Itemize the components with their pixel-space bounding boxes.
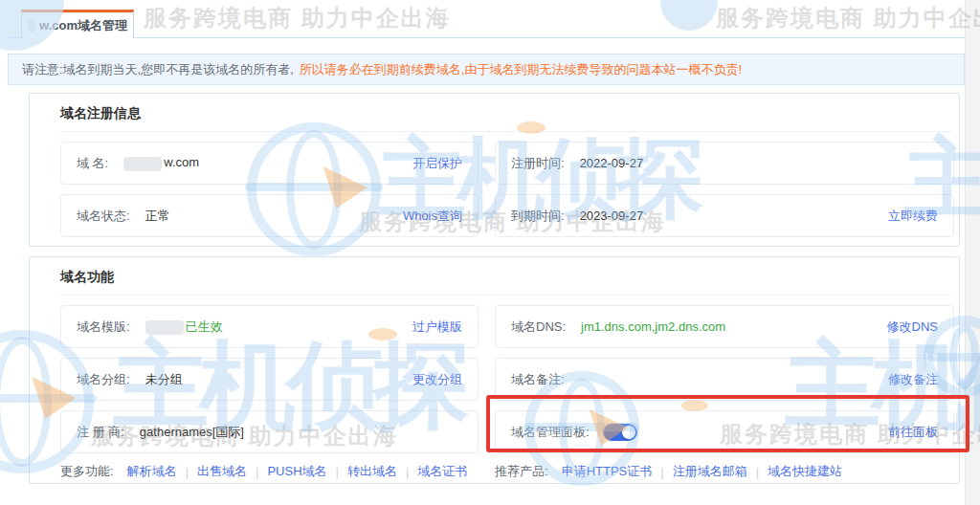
divider [60, 131, 953, 132]
section-title: 域名功能 [60, 269, 953, 284]
management-panel-card: 域名管理面板: 前往面板 [495, 410, 954, 453]
divider [60, 295, 953, 296]
tab-label: w.com域名管理 [39, 17, 127, 34]
change-group-link[interactable]: 更改分组 [412, 371, 462, 388]
domain-remark-label: 域名备注: [511, 371, 565, 388]
expire-time-label: 到期时间: [511, 208, 565, 225]
domain-template-card: 域名模版: 已生效 过户模版 [60, 305, 479, 348]
management-panel-label: 域名管理面板: [511, 424, 590, 441]
registrar-label: 注 册 商: [77, 424, 124, 441]
modify-dns-link[interactable]: 修改DNS [887, 318, 938, 336]
domain-template-label: 域名模版: [77, 318, 130, 336]
register-time-value: 2022-09-27 [580, 156, 644, 170]
separator: | [756, 465, 759, 479]
register-time-label: 注册时间: [511, 155, 565, 172]
domain-group-card: 域名分组: 未分组 更改分组 [60, 358, 479, 401]
more-functions-links: 解析域名|出售域名|PUSH域名|转出域名|域名证书 [127, 463, 468, 480]
domain-remark-card: 域名备注: 修改备注 [495, 358, 954, 401]
separator: | [406, 465, 409, 479]
redacted-patch [145, 320, 184, 335]
function-rows: 域名模版: 已生效 过户模版 域名DNS: jm1.dns.com,jm2.dn… [60, 305, 953, 453]
renew-now-link[interactable]: 立即续费 [888, 208, 938, 225]
domain-status-value: 正常 [145, 208, 170, 225]
toggle-knob [622, 426, 635, 439]
separator: | [186, 465, 189, 479]
recommended-products-cell: 推荐产品: 申请HTTPS证书|注册域名邮箱|域名快捷建站 [495, 463, 954, 480]
registrar-card: 注 册 商: gathernames[国际] [60, 410, 479, 453]
domain-dns-value: jm1.dns.com,jm2.dns.com [581, 319, 725, 334]
vertical-scrollbar[interactable] [965, 0, 980, 505]
tab-bar-divider [8, 37, 965, 38]
registration-rows: 域 名: w.com 开启保护 注册时间: 2022-09-27 域名状态: 正… [60, 142, 953, 237]
registrar-value: gathernames[国际] [140, 424, 244, 441]
domain-status-card: 域名状态: 正常 Whois查询 [60, 194, 479, 237]
domain-manage-page: w.com域名管理 请注意:域名到期当天,您即不再是该域名的所有者, 所以请务必… [0, 0, 980, 505]
section-domain-functions: 域名功能 域名模版: 已生效 过户模版 域名DNS: jm1.dns.com,j… [29, 256, 960, 484]
tab-domain-manage[interactable]: w.com域名管理 [21, 10, 134, 38]
separator: | [256, 465, 258, 479]
quick-links-row: 更多功能: 解析域名|出售域名|PUSH域名|转出域名|域名证书 推荐产品: 申… [60, 463, 953, 480]
domain-dns-card: 域名DNS: jm1.dns.com,jm2.dns.com 修改DNS [495, 305, 954, 348]
notice-warning-text: 所以请务必在到期前续费域名,由于域名到期无法续费导致的问题本站一概不负责! [300, 61, 742, 78]
recommended-products-label: 推荐产品: [495, 463, 548, 480]
function-link[interactable]: PUSH域名 [267, 463, 326, 480]
redacted-patch [28, 18, 35, 33]
watermark-tagline: 服务跨境电商 助力中企出海 [716, 3, 980, 33]
register-time-card: 注册时间: 2022-09-27 [495, 142, 954, 185]
domain-name-card: 域 名: w.com 开启保护 [60, 142, 479, 185]
domain-template-value: 已生效 [145, 318, 223, 336]
product-link[interactable]: 注册域名邮箱 [673, 463, 747, 480]
domain-group-label: 域名分组: [77, 371, 130, 388]
more-functions-label: 更多功能: [60, 463, 114, 480]
separator: | [660, 465, 663, 479]
function-link[interactable]: 转出域名 [347, 463, 397, 480]
function-link[interactable]: 出售域名 [197, 463, 247, 480]
expire-time-value: 2023-09-27 [580, 209, 644, 223]
domain-label: 域 名: [77, 155, 108, 172]
expire-time-card: 到期时间: 2023-09-27 立即续费 [495, 194, 954, 237]
goto-panel-link[interactable]: 前往面板 [888, 424, 938, 441]
redacted-patch [123, 157, 162, 171]
enable-protection-link[interactable]: 开启保护 [412, 155, 462, 172]
separator: | [336, 465, 339, 479]
more-functions-cell: 更多功能: 解析域名|出售域名|PUSH域名|转出域名|域名证书 [60, 463, 479, 480]
watermark-tagline: 服务跨境电商 助力中企出海 [144, 3, 451, 33]
whois-query-link[interactable]: Whois查询 [403, 208, 462, 225]
modify-remark-link[interactable]: 修改备注 [888, 371, 938, 388]
section-registration-info: 域名注册信息 域 名: w.com 开启保护 注册时间: 2022-09-27 … [29, 93, 960, 247]
domain-value: w.com [123, 155, 199, 170]
watermark-circle [660, 0, 718, 31]
expiry-notice-bar: 请注意:域名到期当天,您即不再是该域名的所有者, 所以请务必在到期前续费域名,由… [8, 54, 965, 85]
product-link[interactable]: 申请HTTPS证书 [562, 463, 653, 480]
notice-text: 请注意:域名到期当天,您即不再是该域名的所有者, [22, 61, 294, 78]
function-link[interactable]: 域名证书 [417, 463, 467, 480]
product-link[interactable]: 域名快捷建站 [768, 463, 842, 480]
section-title: 域名注册信息 [60, 105, 953, 121]
recommended-products-links: 申请HTTPS证书|注册域名邮箱|域名快捷建站 [562, 463, 842, 480]
transfer-template-link[interactable]: 过户模版 [412, 318, 462, 336]
domain-status-label: 域名状态: [77, 208, 130, 225]
domain-group-value: 未分组 [145, 371, 183, 388]
panel-toggle[interactable] [603, 424, 637, 441]
domain-dns-label: 域名DNS: [511, 318, 566, 336]
function-link[interactable]: 解析域名 [127, 463, 177, 480]
